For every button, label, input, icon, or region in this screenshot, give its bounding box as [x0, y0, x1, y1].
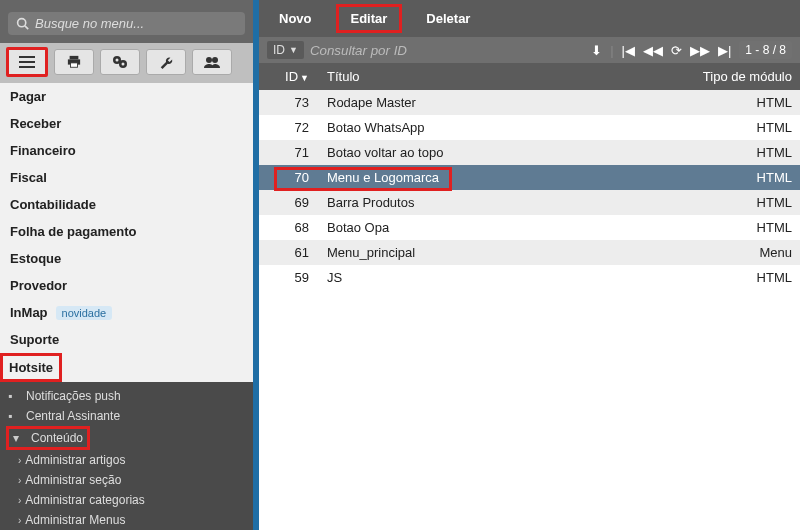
- table-row[interactable]: 61 Menu_principal Menu: [259, 240, 800, 265]
- chevron-down-icon: ▼: [289, 45, 298, 55]
- table-header: ID▼ Título Tipo de módulo: [259, 63, 800, 90]
- prev-page-icon[interactable]: ◀◀: [643, 43, 663, 58]
- chevron-right-icon: ›: [18, 455, 21, 466]
- menu-contabilidade[interactable]: Contabilidade: [0, 191, 253, 218]
- cell-type: HTML: [672, 145, 792, 160]
- tree-menus[interactable]: ›Administrar Menus: [10, 510, 253, 530]
- tree-categorias[interactable]: ›Administrar categorias: [10, 490, 253, 510]
- tree-label: Administrar seção: [25, 473, 121, 487]
- refresh-icon[interactable]: ⟳: [671, 43, 682, 58]
- cell-id: 73: [267, 95, 327, 110]
- folder-open-icon: ▾: [13, 431, 27, 445]
- svg-rect-3: [19, 61, 35, 63]
- menu-fiscal[interactable]: Fiscal: [0, 164, 253, 191]
- chevron-right-icon: ›: [18, 495, 21, 506]
- table-row[interactable]: 69 Barra Produtos HTML: [259, 190, 800, 215]
- folder-icon: ▪: [8, 389, 22, 403]
- table-row-selected[interactable]: 70 Menu e Logomarca HTML: [259, 165, 800, 190]
- svg-point-0: [18, 19, 26, 27]
- sidebar-top: [0, 0, 253, 43]
- tree-label: Conteúdo: [31, 431, 83, 445]
- editar-button[interactable]: Editar: [336, 4, 403, 33]
- cell-type: HTML: [672, 120, 792, 135]
- tree: ▪ Notificações push ▪ Central Assinante …: [0, 382, 253, 530]
- tree-conteudo[interactable]: ▾ Conteúdo: [0, 426, 253, 450]
- cell-id: 68: [267, 220, 327, 235]
- cell-id: 71: [267, 145, 327, 160]
- query-tools: ⬇ | |◀ ◀◀ ⟳ ▶▶ ▶| 1 - 8 / 8: [591, 41, 792, 59]
- menu-hotsite-label: Hotsite: [0, 353, 62, 382]
- search-field[interactable]: [8, 12, 245, 35]
- sidebar-menu: Pagar Receber Financeiro Fiscal Contabil…: [0, 83, 253, 530]
- table-row[interactable]: 72 Botao WhatsApp HTML: [259, 115, 800, 140]
- col-tipo[interactable]: Tipo de módulo: [672, 69, 792, 84]
- menu-suporte[interactable]: Suporte: [0, 326, 253, 353]
- cell-title: Botao Opa: [327, 220, 672, 235]
- main-pane: Novo Editar Deletar ID ▼ ⬇ | |◀ ◀◀ ⟳ ▶▶ …: [259, 0, 800, 530]
- toolbar-list-icon[interactable]: [6, 47, 48, 77]
- menu-hotsite[interactable]: Hotsite: [0, 353, 253, 382]
- menu-provedor[interactable]: Provedor: [0, 272, 253, 299]
- menu-pagar[interactable]: Pagar: [0, 83, 253, 110]
- first-page-icon[interactable]: |◀: [622, 43, 635, 58]
- users-icon[interactable]: [192, 49, 232, 75]
- chevron-right-icon: ›: [18, 475, 21, 486]
- menu-inmap[interactable]: InMap novidade: [0, 299, 253, 326]
- menu-financeiro[interactable]: Financeiro: [0, 137, 253, 164]
- query-id-chip[interactable]: ID ▼: [267, 41, 304, 59]
- cell-title: Rodape Master: [327, 95, 672, 110]
- col-id[interactable]: ID▼: [267, 69, 327, 84]
- query-id-label: ID: [273, 43, 285, 57]
- tree-push[interactable]: ▪ Notificações push: [0, 386, 253, 406]
- table-row[interactable]: 71 Botao voltar ao topo HTML: [259, 140, 800, 165]
- tree-artigos[interactable]: ›Administrar artigos: [10, 450, 253, 470]
- tree-label: Administrar categorias: [25, 493, 144, 507]
- cell-type: HTML: [672, 220, 792, 235]
- download-icon[interactable]: ⬇: [591, 43, 602, 58]
- col-titulo[interactable]: Título: [327, 69, 672, 84]
- novo-button[interactable]: Novo: [265, 5, 326, 32]
- folder-icon: ▪: [8, 409, 22, 423]
- tree-label: Notificações push: [26, 389, 121, 403]
- table-row[interactable]: 73 Rodape Master HTML: [259, 90, 800, 115]
- table-row[interactable]: 59 JS HTML: [259, 265, 800, 290]
- table-body: 73 Rodape Master HTML 72 Botao WhatsApp …: [259, 90, 800, 290]
- svg-rect-2: [19, 56, 35, 58]
- gears-icon[interactable]: [100, 49, 140, 75]
- main-toolbar: Novo Editar Deletar: [259, 0, 800, 37]
- cell-id: 72: [267, 120, 327, 135]
- cell-id: 69: [267, 195, 327, 210]
- cell-type: HTML: [672, 270, 792, 285]
- chevron-right-icon: ›: [18, 515, 21, 526]
- next-page-icon[interactable]: ▶▶: [690, 43, 710, 58]
- tree-sublist: ›Administrar artigos ›Administrar seção …: [0, 450, 253, 530]
- table-row[interactable]: 68 Botao Opa HTML: [259, 215, 800, 240]
- deletar-button[interactable]: Deletar: [412, 5, 484, 32]
- cell-id: 61: [267, 245, 327, 260]
- menu-estoque[interactable]: Estoque: [0, 245, 253, 272]
- svg-rect-4: [19, 66, 35, 68]
- cell-type: Menu: [672, 245, 792, 260]
- tree-secao[interactable]: ›Administrar seção: [10, 470, 253, 490]
- svg-rect-7: [71, 63, 78, 67]
- sidebar: Pagar Receber Financeiro Fiscal Contabil…: [0, 0, 253, 530]
- svg-point-13: [212, 57, 218, 63]
- search-icon: [16, 17, 29, 30]
- query-input[interactable]: [310, 43, 591, 58]
- menu-folha[interactable]: Folha de pagamento: [0, 218, 253, 245]
- novidade-badge: novidade: [56, 306, 113, 320]
- cell-title: Menu_principal: [327, 245, 672, 260]
- svg-line-1: [25, 26, 28, 29]
- tree-central[interactable]: ▪ Central Assinante: [0, 406, 253, 426]
- print-icon[interactable]: [54, 49, 94, 75]
- cell-type: HTML: [672, 195, 792, 210]
- menu-receber[interactable]: Receber: [0, 110, 253, 137]
- last-page-icon[interactable]: ▶|: [718, 43, 731, 58]
- cell-title: Menu e Logomarca: [327, 170, 672, 185]
- search-input[interactable]: [35, 16, 237, 31]
- cell-title: Botao voltar ao topo: [327, 145, 672, 160]
- cell-id: 59: [267, 270, 327, 285]
- tree-label: Central Assinante: [26, 409, 120, 423]
- wrench-icon[interactable]: [146, 49, 186, 75]
- cell-title: Barra Produtos: [327, 195, 672, 210]
